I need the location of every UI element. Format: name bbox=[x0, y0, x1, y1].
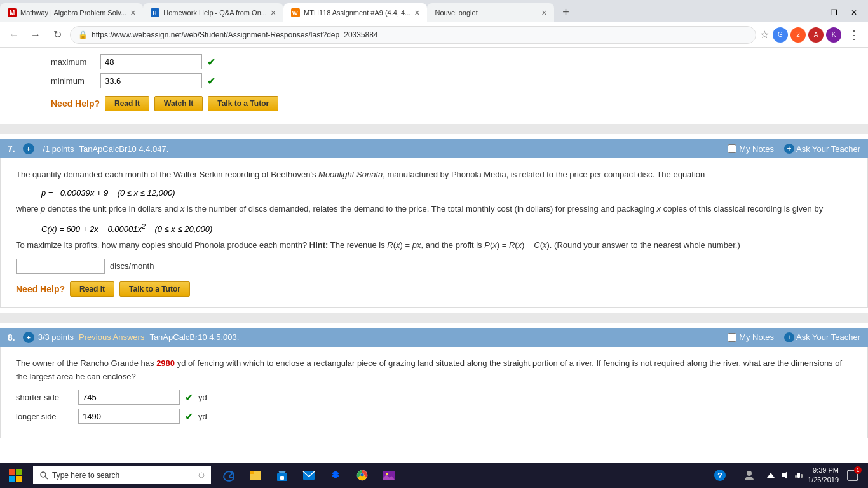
ask-teacher-8[interactable]: + Ask Your Teacher bbox=[784, 332, 860, 342]
svg-rect-7 bbox=[16, 469, 22, 475]
svg-marker-20 bbox=[332, 473, 339, 478]
minimize-button[interactable]: — bbox=[804, 4, 822, 22]
taskbar-chrome[interactable] bbox=[349, 463, 375, 488]
talk-to-tutor-button-q7[interactable]: Talk to a Tutor bbox=[119, 281, 190, 297]
tab-nouvel[interactable]: Nouvel onglet × bbox=[427, 3, 554, 22]
ask-teacher-label-7: Ask Your Teacher bbox=[796, 144, 860, 154]
talk-to-tutor-button-top[interactable]: Talk to a Tutor bbox=[208, 96, 278, 111]
people-icon[interactable] bbox=[736, 463, 762, 488]
question-8-body: The owner of the Rancho Grande has 2980 … bbox=[0, 347, 868, 439]
forward-button[interactable]: → bbox=[27, 26, 44, 44]
section-divider-1 bbox=[0, 124, 868, 134]
answer-row-q7: discs/month bbox=[16, 259, 852, 274]
bookmark-icon[interactable]: ☆ bbox=[760, 29, 769, 41]
taskbar-search-text: Type here to search bbox=[52, 471, 119, 480]
shorter-side-unit: yd bbox=[198, 393, 207, 402]
points-badge-7: + bbox=[23, 143, 34, 154]
tab-close-nouvel[interactable]: × bbox=[541, 8, 546, 18]
notification-button[interactable]: 1 bbox=[843, 465, 863, 485]
answer-input-q7[interactable] bbox=[16, 259, 105, 274]
new-tab-button[interactable]: + bbox=[557, 3, 574, 21]
tab-close-mth118[interactable]: × bbox=[414, 8, 419, 18]
taskbar-mail[interactable] bbox=[296, 463, 322, 488]
highlight-value-8: 2980 bbox=[156, 358, 175, 368]
taskbar-search[interactable]: Type here to search bbox=[33, 466, 211, 484]
formula-2-q7: C(x) = 600 + 2x − 0.00001x2 (0 ≤ x ≤ 20,… bbox=[41, 222, 852, 234]
svg-text:H: H bbox=[153, 10, 157, 17]
close-button[interactable]: ✕ bbox=[845, 4, 863, 22]
previous-answers-8[interactable]: Previous Answers bbox=[79, 332, 144, 342]
network-icon[interactable] bbox=[794, 470, 804, 480]
svg-rect-31 bbox=[797, 473, 800, 478]
need-help-label-top: Need Help? bbox=[51, 98, 100, 109]
sonata-title: Moonlight Sonata bbox=[318, 170, 383, 179]
reload-button[interactable]: ↻ bbox=[48, 26, 66, 44]
my-notes-checkbox-8[interactable] bbox=[728, 333, 736, 342]
time-display[interactable]: 9:39 PM 1/26/2019 bbox=[808, 466, 839, 485]
longer-side-row: longer side ✔ yd bbox=[16, 409, 852, 424]
google-translate-icon[interactable]: G bbox=[773, 27, 788, 43]
volume-icon[interactable] bbox=[780, 470, 790, 480]
svg-rect-8 bbox=[9, 476, 15, 482]
points-badge-8: + bbox=[23, 332, 34, 343]
svg-text:?: ? bbox=[717, 471, 722, 480]
taskbar-edge[interactable] bbox=[216, 463, 241, 488]
minimum-input[interactable] bbox=[100, 73, 202, 88]
question-7-number: 7. bbox=[8, 144, 15, 154]
browser-chrome: M Mathway | Algebra Problem Solv... × H … bbox=[0, 0, 868, 48]
top-section: maximum ✔ minimum ✔ Need Help? Read It W… bbox=[0, 48, 868, 124]
menu-button[interactable]: ⋮ bbox=[845, 26, 863, 44]
my-notes-checkbox-7[interactable] bbox=[728, 144, 736, 153]
svg-text:M: M bbox=[10, 10, 15, 17]
system-tray: ? 9:39 PM 1/26/2019 1 bbox=[702, 463, 868, 488]
question-7-text-1: The quantity demanded each month of the … bbox=[16, 168, 852, 182]
maximum-input[interactable] bbox=[100, 54, 202, 69]
svg-marker-30 bbox=[782, 471, 787, 479]
ext-icon-2[interactable]: 2 bbox=[790, 27, 806, 43]
help-tray-icon[interactable]: ? bbox=[707, 463, 733, 488]
profile-icon[interactable]: K bbox=[826, 27, 841, 43]
longer-side-label: longer side bbox=[16, 412, 73, 421]
question-7-text-3: To maximize its profits, how many copies… bbox=[16, 239, 852, 252]
taskbar: Type here to search ? bbox=[0, 463, 868, 488]
tab-title-mth118: MTH118 Assignment #A9 (4.4, 4... bbox=[304, 9, 410, 17]
taskbar-dropbox[interactable] bbox=[323, 463, 348, 488]
restore-button[interactable]: ❐ bbox=[825, 4, 843, 22]
my-notes-area-7: My Notes bbox=[728, 144, 774, 154]
tab-bar: M Mathway | Algebra Problem Solv... × H … bbox=[0, 0, 868, 22]
taskbar-store[interactable] bbox=[269, 463, 295, 488]
svg-rect-6 bbox=[9, 469, 15, 475]
watch-it-button-top[interactable]: Watch It bbox=[154, 96, 203, 111]
tab-close-homework[interactable]: × bbox=[271, 8, 276, 18]
read-it-button-q7[interactable]: Read It bbox=[70, 281, 114, 297]
problem-id-8: TanApCalcBr10 4.5.003. bbox=[149, 332, 239, 342]
taskbar-explorer[interactable] bbox=[243, 463, 268, 488]
tab-title-mathway: Mathway | Algebra Problem Solv... bbox=[20, 9, 126, 17]
url-bar[interactable]: 🔒 https://www.webassign.net/web/Student/… bbox=[70, 26, 756, 44]
url-text: https://www.webassign.net/web/Student/As… bbox=[92, 30, 748, 39]
back-button[interactable]: ← bbox=[5, 26, 23, 44]
need-help-q7: Need Help? Read It Talk to a Tutor bbox=[16, 281, 852, 297]
svg-rect-14 bbox=[250, 471, 254, 474]
taskbar-photos[interactable] bbox=[376, 463, 402, 488]
longer-side-unit: yd bbox=[198, 412, 207, 421]
shorter-side-label: shorter side bbox=[16, 393, 73, 402]
ext-icon-3[interactable]: A bbox=[808, 27, 824, 43]
caret-up-icon bbox=[766, 470, 776, 480]
tab-homework[interactable]: H Homework Help - Q&A from On... × bbox=[143, 3, 283, 22]
shorter-side-input[interactable] bbox=[78, 390, 180, 405]
ask-teacher-7[interactable]: + Ask Your Teacher bbox=[784, 144, 860, 154]
question-8-header: 8. + 3/3 points Previous Answers TanApCa… bbox=[0, 328, 868, 347]
minimum-check: ✔ bbox=[207, 75, 215, 87]
tab-mathway[interactable]: M Mathway | Algebra Problem Solv... × bbox=[0, 3, 143, 22]
window-controls: — ❐ ✕ bbox=[799, 3, 868, 22]
ask-teacher-plus-8: + bbox=[784, 332, 794, 342]
page-content: maximum ✔ minimum ✔ Need Help? Read It W… bbox=[0, 48, 868, 463]
longer-side-input[interactable] bbox=[78, 409, 180, 424]
taskbar-apps bbox=[216, 463, 402, 488]
tab-close-mathway[interactable]: × bbox=[130, 8, 135, 18]
read-it-button-top[interactable]: Read It bbox=[105, 96, 149, 111]
maximum-label: maximum bbox=[51, 57, 95, 67]
start-button[interactable] bbox=[0, 463, 31, 488]
tab-mth118[interactable]: W MTH118 Assignment #A9 (4.4, 4... × bbox=[283, 3, 427, 22]
